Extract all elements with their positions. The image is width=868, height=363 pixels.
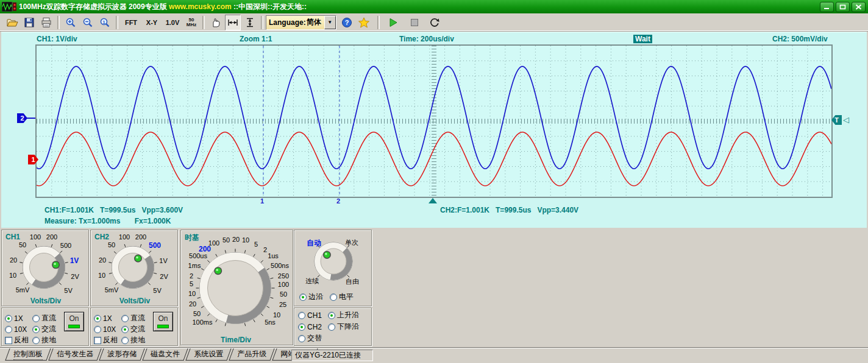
run-button[interactable] — [385, 15, 401, 30]
trigger-slope-rise-option[interactable]: 上升沿 — [328, 311, 359, 319]
favorite-star-button[interactable] — [356, 15, 372, 30]
ch2-probe-10x-option[interactable]: 10X — [94, 325, 116, 333]
knob-scale-label[interactable]: 5mV — [105, 286, 119, 294]
trigger-mode-free[interactable]: 自由 — [346, 277, 359, 286]
knob-scale-label[interactable]: 2V — [71, 273, 79, 280]
trigger-source-ch1-option[interactable]: CH1 — [298, 311, 322, 319]
knob-scale-label[interactable]: 500 — [60, 242, 71, 249]
knob-scale-label[interactable]: 50 — [280, 291, 287, 298]
knob-scale-label[interactable]: 200 — [46, 233, 57, 241]
ch2-coupling-gnd-option[interactable]: 接地 — [121, 336, 145, 344]
maximize-button[interactable] — [836, 2, 850, 12]
ch1-on-button[interactable]: On — [64, 312, 84, 331]
knob-scale-label[interactable]: 20 — [189, 300, 196, 308]
fft-button[interactable]: FFT — [121, 15, 141, 30]
knob-scale-label[interactable]: 5 — [254, 241, 258, 248]
tab-waveform-storage[interactable]: 波形存储 — [99, 348, 144, 361]
oscilloscope-grid[interactable] — [35, 44, 833, 198]
trigger-type-edge-option[interactable]: 边沿 — [299, 293, 323, 301]
trigger-type-level-option[interactable]: 电平 — [330, 293, 354, 301]
trigger-level-marker[interactable]: T — [831, 115, 842, 125]
tab-system-settings[interactable]: 系统设置 — [185, 348, 231, 361]
knob-scale-label[interactable]: 2 — [190, 272, 193, 280]
knob-scale-label[interactable]: 100ms — [192, 319, 212, 326]
refresh-button[interactable] — [427, 15, 443, 30]
knob-scale-label-selected[interactable]: 1V — [70, 256, 79, 265]
knob-scale-label[interactable]: 100 — [278, 281, 289, 288]
knob-scale-label[interactable]: 20 — [99, 256, 106, 264]
knob-scale-label[interactable]: 1V — [159, 257, 167, 264]
cursor-1-label[interactable]: 1 — [260, 197, 264, 205]
knob-scale-label[interactable]: 1us — [268, 252, 279, 259]
knob-scale-label[interactable]: 100 — [30, 233, 41, 241]
ch1-coupling-dc-option[interactable]: 直流 — [32, 314, 56, 322]
ch1-coupling-ac-option[interactable]: 交流 — [32, 325, 56, 333]
knob-scale-label[interactable]: 2 — [263, 246, 267, 253]
knob-scale-label-selected[interactable]: 500 — [149, 241, 161, 250]
knob-scale-label[interactable]: 1ms — [188, 262, 201, 269]
knob-scale-label[interactable]: 10 — [98, 272, 105, 279]
knob-scale-label[interactable]: 10 — [188, 290, 196, 297]
knob-scale-label[interactable]: 5mV — [16, 286, 30, 294]
language-select[interactable]: Language: 简体 ▼ — [266, 15, 336, 30]
knob-scale-label[interactable]: 10 — [242, 236, 249, 244]
knob-scale-label[interactable]: 100 — [208, 239, 219, 247]
knob-scale-label[interactable]: 5V — [64, 287, 72, 294]
zoom-out-button[interactable] — [80, 15, 96, 30]
knob-scale-label[interactable]: 20 — [10, 256, 17, 264]
knob-scale-label[interactable]: 500ns — [271, 262, 289, 269]
trigger-mode-continuous[interactable]: 连续 — [305, 277, 319, 286]
pan-hand-button[interactable] — [208, 15, 224, 30]
knob-scale-label[interactable]: 20 — [232, 236, 240, 243]
help-button[interactable]: ? — [339, 15, 355, 30]
cursor-2-label[interactable]: 2 — [336, 197, 340, 205]
tab-product-upgrade[interactable]: 产品升级 — [229, 348, 274, 361]
bandwidth-button[interactable]: 50MHz — [183, 15, 199, 30]
ch1-volts-knob[interactable] — [18, 242, 69, 293]
xy-mode-button[interactable]: X-Y — [142, 15, 162, 30]
trigger-mode-auto[interactable]: 自动 — [307, 238, 321, 248]
minimize-button[interactable] — [820, 2, 834, 12]
trigger-slope-fall-option[interactable]: 下降沿 — [328, 323, 359, 331]
ch2-position-marker[interactable]: 2 — [17, 113, 27, 123]
ch1-invert-checkbox[interactable]: 反相 — [5, 336, 29, 344]
knob-scale-label[interactable]: 10 — [9, 272, 16, 279]
ch1-probe-10x-option[interactable]: 10X — [5, 325, 27, 333]
tab-control-panel[interactable]: 控制面板 — [5, 348, 51, 361]
ch2-coupling-ac-option[interactable]: 交流 — [121, 325, 145, 333]
trigger-level-arrow-icon[interactable]: ◁ — [843, 115, 849, 125]
stop-button[interactable] — [407, 15, 422, 30]
dropdown-arrow-icon[interactable]: ▼ — [324, 16, 336, 29]
knob-scale-label[interactable]: 10 — [273, 311, 280, 319]
horizontal-adjust-button[interactable] — [225, 15, 241, 30]
voltage-range-button[interactable]: 1.0V — [163, 15, 182, 30]
zoom-in-button[interactable] — [63, 15, 79, 30]
knob-scale-label[interactable]: 5 — [190, 280, 193, 287]
tab-signal-generator[interactable]: 信号发生器 — [48, 348, 101, 361]
close-button[interactable] — [852, 2, 866, 12]
trigger-source-alt-option[interactable]: 交替 — [298, 334, 322, 342]
print-button[interactable] — [38, 15, 54, 30]
knob-scale-label[interactable]: 50 — [19, 241, 26, 248]
trigger-position-marker[interactable] — [429, 198, 437, 203]
save-button[interactable] — [21, 15, 37, 30]
knob-scale-label[interactable]: 2V — [160, 273, 168, 280]
ch2-coupling-dc-option[interactable]: 直流 — [121, 314, 145, 322]
ch2-on-button[interactable]: On — [153, 312, 173, 331]
ch2-probe-1x-option[interactable]: 1X — [94, 314, 112, 322]
vertical-adjust-button[interactable] — [242, 15, 258, 30]
zoom-reset-button[interactable]: 1 — [97, 15, 113, 30]
knob-scale-label[interactable]: 5V — [153, 287, 161, 294]
trigger-source-ch2-option[interactable]: CH2 — [298, 323, 322, 331]
ch2-invert-checkbox[interactable]: 反相 — [94, 336, 118, 344]
knob-scale-label[interactable]: 50 — [222, 236, 230, 244]
trigger-mode-single[interactable]: 单次 — [345, 238, 358, 247]
knob-scale-label[interactable]: 50 — [193, 310, 201, 317]
ch1-probe-1x-option[interactable]: 1X — [5, 314, 23, 322]
knob-scale-label[interactable]: 50 — [108, 241, 115, 248]
ch1-coupling-gnd-option[interactable]: 接地 — [32, 336, 56, 344]
open-button[interactable] — [4, 15, 20, 30]
knob-scale-label[interactable]: 25 — [279, 301, 286, 308]
knob-scale-label[interactable]: 200 — [135, 233, 146, 241]
knob-scale-label[interactable]: 100 — [119, 233, 130, 241]
